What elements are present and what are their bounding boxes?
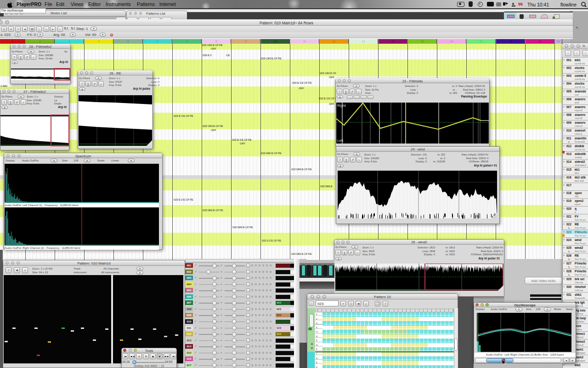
svg-text:Left: Left [337, 138, 344, 143]
svg-text:Right: Right [337, 104, 346, 108]
